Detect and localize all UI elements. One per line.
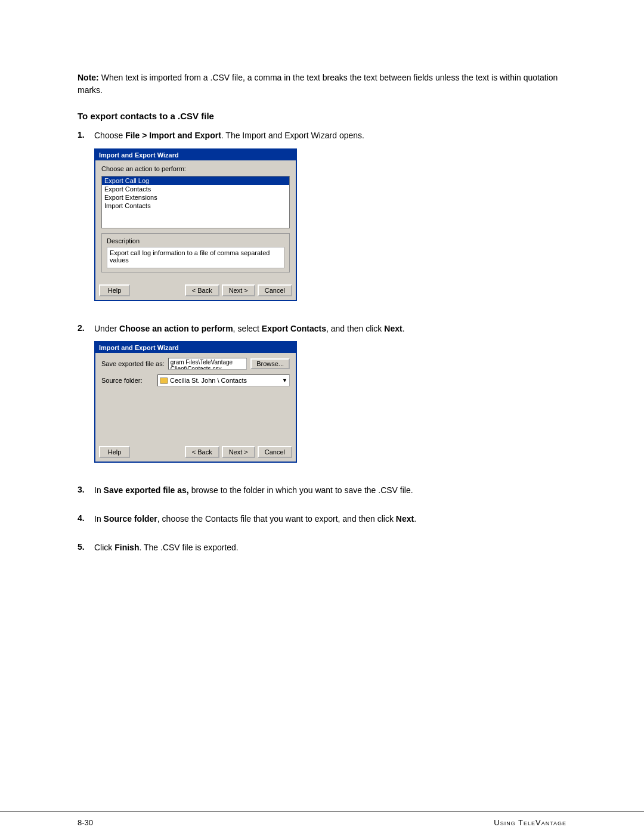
dialog-2-source-value: Cecilia St. John \ Contacts	[170, 377, 280, 384]
step-4: 4. In Source folder, choose the Contacts…	[78, 513, 566, 532]
listbox-item-2[interactable]: Export Extensions	[102, 193, 289, 202]
dialog-2-save-input[interactable]: gram Files\TeleVantage Client\Contacts.c…	[168, 358, 247, 370]
step-3-content: In Save exported file as, browse to the …	[94, 484, 566, 503]
listbox-item-3[interactable]: Import Contacts	[102, 202, 289, 210]
step-2-bold-2: Export Contacts	[262, 324, 326, 333]
dialog-2-source-select[interactable]: Cecilia St. John \ Contacts ▼	[157, 374, 290, 386]
dialog-2-save-row: Save exported file as: gram Files\TeleVa…	[101, 358, 290, 370]
step-2-number: 2.	[78, 323, 94, 333]
step-1-text: Choose File > Import and Export. The Imp…	[94, 129, 566, 143]
page-footer: 8-30 Using TeleVantage	[0, 812, 644, 833]
step-3: 3. In Save exported file as, browse to t…	[78, 484, 566, 503]
dialog-2-browse-button[interactable]: Browse...	[250, 358, 290, 369]
step-2-text: Under Choose an action to perform, selec…	[94, 323, 566, 336]
step-4-bold-2: Next	[396, 514, 414, 524]
listbox-item-1[interactable]: Export Contacts	[102, 185, 289, 193]
dialog-1-next-button[interactable]: Next >	[222, 284, 255, 296]
step-5-text: Click Finish. The .CSV file is exported.	[94, 541, 566, 555]
step-4-content: In Source folder, choose the Contacts fi…	[94, 513, 566, 532]
step-1: 1. Choose File > Import and Export. The …	[78, 129, 566, 313]
dialog-2-titlebar: Import and Export Wizard	[95, 342, 296, 353]
dialog-1-section-label: Choose an action to perform:	[101, 165, 290, 172]
step-5-bold-1: Finish	[114, 543, 139, 552]
dialog-1-help-button[interactable]: Help	[99, 284, 130, 296]
step-1-bold-1: File > Import and Export	[125, 131, 221, 140]
dialog-2-help-button[interactable]: Help	[99, 446, 130, 458]
dialog-2-body: Save exported file as: gram Files\TeleVa…	[95, 353, 296, 444]
step-2-bold-3: Next	[384, 324, 402, 333]
note-text: When text is imported from a .CSV file, …	[78, 73, 558, 95]
step-2-content: Under Choose an action to perform, selec…	[94, 323, 566, 475]
dialog-1-body: Choose an action to perform: Export Call…	[95, 160, 296, 282]
step-3-bold-1: Save exported file as,	[104, 485, 189, 495]
dialog-1-desc-group: Description Export call log information …	[101, 233, 290, 272]
page-content: Note: When text is imported from a .CSV …	[0, 0, 644, 617]
dialog-1-listbox[interactable]: Export Call Log Export Contacts Export E…	[101, 176, 290, 228]
listbox-item-0[interactable]: Export Call Log	[102, 176, 289, 185]
note-block: Note: When text is imported from a .CSV …	[78, 72, 566, 97]
step-3-text: In Save exported file as, browse to the …	[94, 484, 566, 497]
dialog-2-save-label: Save exported file as:	[101, 360, 165, 367]
dialog-2-cancel-button[interactable]: Cancel	[258, 446, 292, 458]
step-4-text: In Source folder, choose the Contacts fi…	[94, 513, 566, 526]
dialog-2-spacer	[101, 391, 290, 439]
step-1-content: Choose File > Import and Export. The Imp…	[94, 129, 566, 313]
dialog-1-cancel-button[interactable]: Cancel	[258, 284, 292, 296]
dropdown-arrow-icon: ▼	[282, 377, 287, 383]
dialog-2-wrapper: Import and Export Wizard Save exported f…	[94, 341, 566, 463]
dialog-1-titlebar: Import and Export Wizard	[95, 150, 296, 160]
step-5: 5. Click Finish. The .CSV file is export…	[78, 541, 566, 561]
dialog-2: Import and Export Wizard Save exported f…	[94, 341, 297, 463]
step-4-number: 4.	[78, 513, 94, 523]
dialog-1-button-row: Help < Back Next > Cancel	[95, 282, 296, 300]
dialog-1-wrapper: Import and Export Wizard Choose an actio…	[94, 148, 566, 301]
dialog-2-button-row: Help < Back Next > Cancel	[95, 444, 296, 462]
step-2-bold-1: Choose an action to perform	[119, 324, 233, 333]
dialog-1-desc-text: Export call log information to a file of…	[107, 247, 284, 268]
step-5-number: 5.	[78, 541, 94, 552]
dialog-1: Import and Export Wizard Choose an actio…	[94, 148, 297, 301]
dialog-2-next-button[interactable]: Next >	[222, 446, 255, 458]
dialog-2-back-button[interactable]: < Back	[185, 446, 219, 458]
steps-list: 1. Choose File > Import and Export. The …	[78, 129, 566, 560]
footer-brand: Using TeleVantage	[494, 818, 566, 827]
step-5-content: Click Finish. The .CSV file is exported.	[94, 541, 566, 561]
step-1-number: 1.	[78, 129, 94, 140]
step-4-bold-1: Source folder	[104, 514, 157, 524]
dialog-2-source-row: Source folder: Cecilia St. John \ Contac…	[101, 374, 290, 386]
dialog-1-desc-label: Description	[107, 237, 284, 244]
section-heading: To export contacts to a .CSV file	[78, 111, 566, 121]
step-2: 2. Under Choose an action to perform, se…	[78, 323, 566, 475]
page-number: 8-30	[78, 818, 93, 827]
dialog-1-back-button[interactable]: < Back	[185, 284, 219, 296]
step-3-number: 3.	[78, 484, 94, 494]
folder-icon	[160, 377, 168, 384]
note-label: Note:	[78, 73, 99, 82]
dialog-2-source-label: Source folder:	[101, 377, 154, 384]
